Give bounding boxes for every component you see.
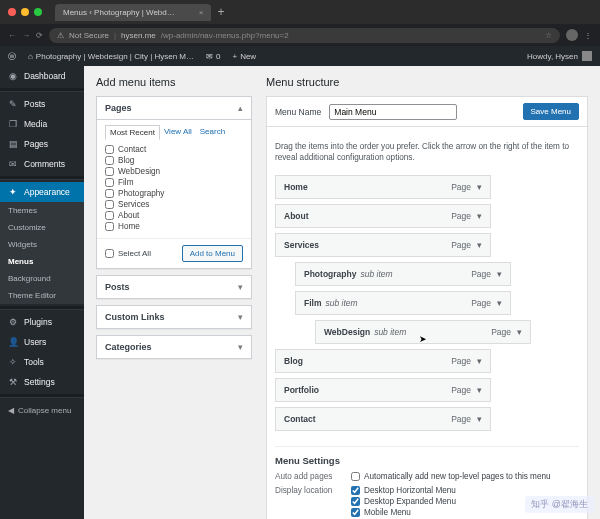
sidebar-item-dashboard[interactable]: ◉Dashboard [0,66,84,86]
profile-icon[interactable] [566,29,578,41]
chevron-down-icon[interactable]: ▾ [477,385,482,395]
plugins-icon: ⚙ [8,317,18,327]
collapse-menu-button[interactable]: ◀Collapse menu [0,400,84,421]
menu-item-blog[interactable]: BlogPage▾ [275,349,491,373]
menu-item-about[interactable]: AboutPage▾ [275,204,491,228]
menu-name-input[interactable] [329,104,457,120]
posts-postbox-header[interactable]: Posts ▾ [97,276,251,298]
submenu-themes[interactable]: Themes [0,202,84,219]
pages-postbox-header[interactable]: Pages ▴ [97,97,251,120]
menu-edit-panel: Drag the items into the order you prefer… [266,127,588,519]
url-path: /wp-admin/nav-menus.php?menu=2 [161,31,289,40]
collapse-icon[interactable]: ▴ [238,103,243,113]
expand-icon[interactable]: ▾ [238,342,243,352]
submenu-widgets[interactable]: Widgets [0,236,84,253]
close-window-icon[interactable] [8,8,16,16]
page-checkbox-photography[interactable]: Photography [105,188,243,199]
menu-item-film[interactable]: Filmsub itemPage▾ [295,291,511,315]
new-content-link[interactable]: + New [232,52,256,61]
submenu-menus[interactable]: Menus [0,253,84,270]
chevron-down-icon[interactable]: ▾ [477,182,482,192]
custom-links-postbox: Custom Links ▾ [96,305,252,329]
select-all-checkbox[interactable]: Select All [105,249,151,258]
my-account[interactable]: Howdy, Hysen [527,51,592,61]
separator [0,306,84,310]
sidebar-item-tools[interactable]: ✧Tools [0,352,84,372]
posts-title: Posts [105,282,130,292]
sidebar-item-comments[interactable]: ✉Comments [0,154,84,174]
expand-icon[interactable]: ▾ [238,312,243,322]
page-checkbox-contact[interactable]: Contact [105,144,243,155]
custom-links-header[interactable]: Custom Links ▾ [97,306,251,328]
expand-icon[interactable]: ▾ [238,282,243,292]
wp-adminbar: ⓦ ⌂ Photography | Webdesign | City | Hys… [0,46,600,66]
chevron-down-icon[interactable]: ▾ [477,414,482,424]
auto-add-checkbox[interactable]: Automatically add new top-level pages to… [351,472,551,481]
menu-item-photography[interactable]: Photographysub itemPage▾ [295,262,511,286]
posts-icon: ✎ [8,99,18,109]
pages-tabs: Most Recent View All Search [97,120,251,140]
menu-item-services[interactable]: ServicesPage▾ [275,233,491,257]
sidebar-item-users[interactable]: 👤Users [0,332,84,352]
page-checkbox-home[interactable]: Home [105,221,243,232]
window-controls [8,8,42,16]
comments-link[interactable]: ✉ 0 [206,52,220,61]
structure-heading: Menu structure [266,76,588,88]
sidebar-item-posts[interactable]: ✎Posts [0,94,84,114]
loc-mobile[interactable]: Mobile Menu [351,508,456,517]
main-content: Add menu items Pages ▴ Most Recent View … [84,66,600,519]
tab-search[interactable]: Search [196,125,229,140]
chevron-down-icon[interactable]: ▾ [497,298,502,308]
page-checkbox-blog[interactable]: Blog [105,155,243,166]
page-checkbox-webdesign[interactable]: WebDesign [105,166,243,177]
sidebar-item-plugins[interactable]: ⚙Plugins [0,312,84,332]
browser-tab[interactable]: Menus ‹ Photography | Webd… × [55,4,211,21]
tab-close-icon[interactable]: × [199,8,204,17]
reload-button[interactable]: ⟳ [36,31,43,40]
posts-postbox: Posts ▾ [96,275,252,299]
mouse-cursor-icon: ➤ [419,334,427,344]
sidebar-item-settings[interactable]: ⚒Settings [0,372,84,392]
sidebar-item-appearance[interactable]: ✦Appearance [0,182,84,202]
comments-icon: ✉ [8,159,18,169]
sidebar-item-pages[interactable]: ▤Pages [0,134,84,154]
chevron-down-icon[interactable]: ▾ [517,327,522,337]
chevron-down-icon[interactable]: ▾ [497,269,502,279]
back-button[interactable]: ← [8,31,16,40]
tab-view-all[interactable]: View All [160,125,196,140]
page-checkbox-services[interactable]: Services [105,199,243,210]
loc-desktop-horizontal[interactable]: Desktop Horizontal Menu [351,486,456,495]
menu-item-home[interactable]: HomePage▾ [275,175,491,199]
separator [0,88,84,92]
new-tab-button[interactable]: + [217,5,224,19]
menu-icon[interactable]: ⋮ [584,31,592,40]
submenu-theme-editor[interactable]: Theme Editor [0,287,84,304]
wp-logo-icon[interactable]: ⓦ [8,51,16,62]
add-to-menu-button[interactable]: Add to Menu [182,245,243,262]
users-icon: 👤 [8,337,18,347]
categories-header[interactable]: Categories ▾ [97,336,251,358]
page-checkbox-about[interactable]: About [105,210,243,221]
menu-settings-title: Menu Settings [275,455,579,466]
url-bar[interactable]: ⚠ Not Secure | hysen.me/wp-admin/nav-men… [49,28,560,43]
menu-item-contact[interactable]: ContactPage▾ [275,407,491,431]
url-host: hysen.me [121,31,156,40]
submenu-background[interactable]: Background [0,270,84,287]
loc-desktop-expanded[interactable]: Desktop Expanded Menu [351,497,456,506]
minimize-window-icon[interactable] [21,8,29,16]
bookmark-icon[interactable]: ☆ [545,31,552,40]
submenu-customize[interactable]: Customize [0,219,84,236]
chevron-down-icon[interactable]: ▾ [477,240,482,250]
forward-button[interactable]: → [22,31,30,40]
page-checkbox-film[interactable]: Film [105,177,243,188]
save-menu-button[interactable]: Save Menu [523,103,579,120]
chevron-down-icon[interactable]: ▾ [477,211,482,221]
menu-item-portfolio[interactable]: PortfolioPage▾ [275,378,491,402]
site-name-link[interactable]: ⌂ Photography | Webdesign | City | Hysen… [28,52,194,61]
drag-instructions: Drag the items into the order you prefer… [275,135,579,171]
tab-most-recent[interactable]: Most Recent [105,125,160,140]
chevron-down-icon[interactable]: ▾ [477,356,482,366]
maximize-window-icon[interactable] [34,8,42,16]
sidebar-item-media[interactable]: ❐Media [0,114,84,134]
settings-icon: ⚒ [8,377,18,387]
